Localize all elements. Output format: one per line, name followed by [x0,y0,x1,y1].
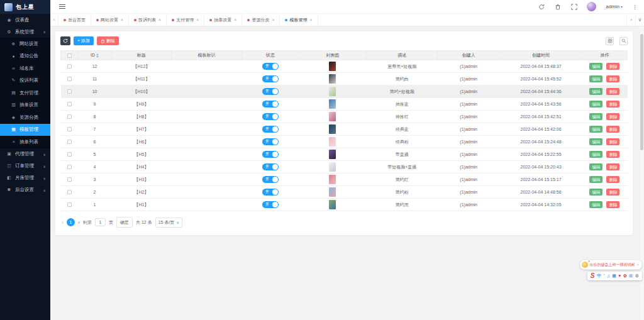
ime-icon[interactable]: ⊞ [629,273,633,279]
row-delete-button[interactable]: 删除 [606,101,619,108]
sidebar-group-item[interactable]: ▣ 代理管理 ∨ [0,148,50,160]
add-button[interactable]: +添加 [74,36,94,45]
edit-button[interactable]: 编辑 [589,151,602,158]
edit-button[interactable]: 编辑 [589,138,602,145]
user-avatar[interactable] [587,2,596,11]
row-checkbox[interactable] [67,127,72,131]
status-toggle[interactable]: 开 [262,176,279,183]
row-delete-button[interactable]: 删除 [606,138,619,145]
row-delete-button[interactable]: 删除 [606,113,619,120]
tab[interactable]: 资源分类 × [242,14,280,26]
status-toggle[interactable]: 开 [262,75,279,82]
cover-thumbnail[interactable] [329,137,336,146]
select-all-checkbox[interactable] [67,53,72,58]
goto-page-input[interactable] [95,218,106,226]
page-size-select[interactable]: 15 条/页 ∨ [155,218,182,228]
row-delete-button[interactable]: 删除 [606,176,619,183]
column-filter-icon[interactable] [606,37,614,45]
edit-button[interactable]: 编辑 [589,75,602,82]
edit-button[interactable]: 编辑 [589,126,602,133]
row-delete-button[interactable]: 删除 [606,151,619,158]
sidebar-item-system[interactable]: ⚙ 系统管理 ∧ [0,26,50,38]
tab-close-icon[interactable]: × [121,18,123,22]
sidebar-group-item[interactable]: ◧ 片库管理 ∨ [0,172,50,184]
sidebar-subitem[interactable]: ∞ 域名库 [0,62,50,75]
cover-thumbnail[interactable] [329,150,336,159]
row-delete-button[interactable]: 删除 [606,201,619,208]
header-id[interactable]: ID [78,51,112,60]
cover-thumbnail[interactable] [329,187,336,197]
tab-close-icon[interactable]: × [272,18,274,22]
cover-thumbnail[interactable] [329,112,336,121]
cover-thumbnail[interactable] [329,200,336,209]
tab-close-icon[interactable]: × [309,18,312,22]
ime-icon[interactable]: ♥ [618,273,621,279]
scrollbar-thumb[interactable] [640,34,643,150]
row-checkbox[interactable] [67,165,72,169]
row-checkbox[interactable] [67,190,72,194]
tab[interactable]: 抽单设置 × [204,14,242,26]
sogou-logo[interactable]: S [591,273,595,279]
tab-menu-icon[interactable]: ∨ [635,14,644,26]
row-checkbox[interactable] [67,152,72,157]
edit-button[interactable]: 编辑 [589,88,602,95]
ime-icon[interactable]: ⚙ [635,273,639,279]
row-delete-button[interactable]: 删除 [606,75,619,82]
tab-scroll-right[interactable]: › [626,14,635,26]
edit-button[interactable]: 编辑 [589,176,602,183]
status-toggle[interactable]: 开 [262,189,279,196]
cover-thumbnail[interactable] [329,62,336,71]
sidebar-subitem[interactable]: ◈ 资源分类 [0,111,50,124]
sidebar-subitem[interactable]: ♦ 通知公告 [0,50,50,63]
edit-button[interactable]: 编辑 [589,201,602,208]
tab[interactable]: 模板管理 × [280,14,318,26]
tab[interactable]: 后台首页 [58,14,91,26]
status-toggle[interactable]: 开 [262,113,279,120]
status-toggle[interactable]: 开 [262,126,279,133]
row-delete-button[interactable]: 删除 [606,88,619,95]
sidebar-subitem[interactable]: ✎ 投诉列表 [0,75,50,87]
row-checkbox[interactable] [67,102,72,106]
tab[interactable]: 网站设置 × [91,14,129,26]
sidebar-group-item[interactable]: ✱ 后台设置 ∨ [0,184,50,196]
tab[interactable]: 支付管理 × [167,14,204,26]
sidebar-toggle-icon[interactable] [59,3,65,10]
status-toggle[interactable]: 开 [262,201,279,208]
logo[interactable]: 包上星 [0,0,50,14]
row-checkbox[interactable] [67,64,72,69]
sort-icon[interactable] [96,53,99,58]
row-delete-button[interactable]: 删除 [606,63,619,70]
ime-icon[interactable]: ▦ [612,273,616,279]
edit-button[interactable]: 编辑 [589,113,602,120]
sidebar-subitem[interactable]: ▤ 支付管理 [0,87,50,99]
delete-button[interactable]: 删除 [97,36,119,45]
edit-button[interactable]: 编辑 [589,101,602,108]
row-checkbox[interactable] [67,202,72,207]
fullscreen-icon[interactable] [570,3,577,10]
cover-thumbnail[interactable] [329,124,336,134]
row-delete-button[interactable]: 删除 [606,126,619,133]
status-toggle[interactable]: 开 [262,88,279,95]
cover-thumbnail[interactable] [329,74,336,84]
goto-confirm-button[interactable]: 确定 [116,217,133,228]
cover-thumbnail[interactable] [329,99,336,109]
clear-cache-icon[interactable] [554,3,561,10]
sidebar-subitem[interactable]: ⊕ 网站设置 [0,38,50,50]
sidebar-group-item[interactable]: ◫ 订单管理 ∨ [0,160,50,172]
tab-close-icon[interactable]: × [196,18,199,22]
row-delete-button[interactable]: 删除 [606,189,619,196]
tab[interactable]: 投诉列表 × [129,14,167,26]
sidebar-subitem[interactable]: ▦ 模板管理 [0,124,50,136]
status-toggle[interactable]: 开 [262,63,279,70]
row-checkbox[interactable] [67,77,72,81]
cover-thumbnail[interactable] [329,87,336,96]
edit-button[interactable]: 编辑 [589,189,602,196]
ime-icon[interactable]: ✿ [623,273,627,279]
more-menu-icon[interactable]: ⋮ [632,4,638,10]
status-toggle[interactable]: 开 [262,163,279,170]
row-checkbox[interactable] [67,89,72,94]
status-toggle[interactable]: 开 [262,101,279,108]
edit-button[interactable]: 编辑 [589,63,602,70]
ime-icon[interactable]: ♫ [606,273,609,279]
row-delete-button[interactable]: 删除 [606,163,619,170]
